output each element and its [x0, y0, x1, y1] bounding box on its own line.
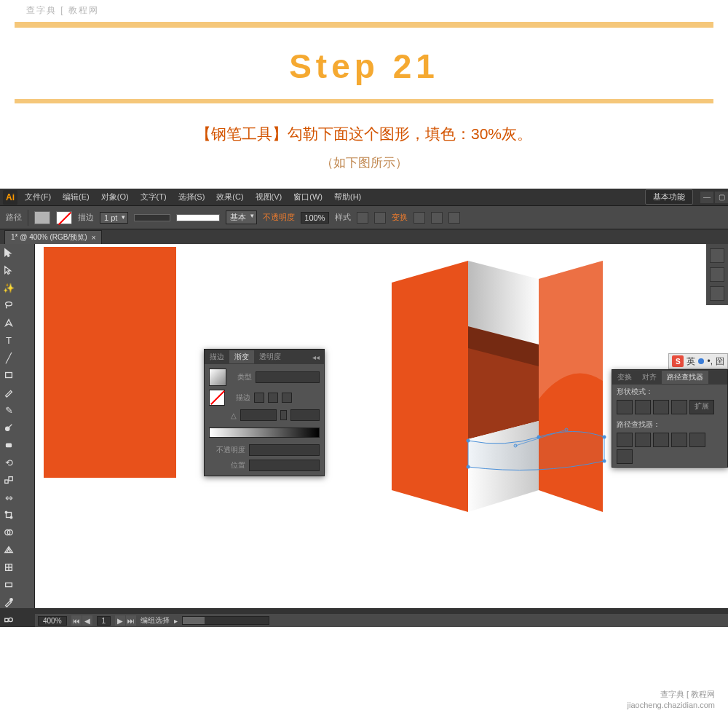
eyedropper-tool[interactable]	[0, 594, 17, 611]
stroke-type-icon-2[interactable]	[268, 393, 278, 403]
gradient-position-field[interactable]	[249, 460, 320, 471]
mesh-tool[interactable]	[0, 559, 17, 576]
last-artboard-icon[interactable]: ⏭	[126, 615, 136, 626]
horizontal-scrollbar[interactable]	[182, 616, 269, 625]
dock-icon-1[interactable]	[710, 248, 724, 263]
shape-builder-tool[interactable]	[0, 524, 17, 541]
tab-pathfinder[interactable]: 路径查找器	[662, 371, 708, 384]
tab-stroke[interactable]: 描边	[205, 350, 229, 363]
menu-view[interactable]: 视图(V)	[251, 192, 287, 202]
artboard-number[interactable]: 1	[97, 616, 111, 626]
align-icon-1[interactable]	[414, 212, 425, 224]
status-menu-icon[interactable]: ▸	[174, 617, 178, 625]
crop-button[interactable]	[671, 433, 687, 447]
exclude-button[interactable]	[671, 400, 687, 414]
ime-mode-label[interactable]: 英	[687, 355, 695, 368]
stroke-weight-dropdown[interactable]: 1 pt	[100, 212, 128, 224]
gradient-opacity-field[interactable]	[249, 444, 320, 456]
gradient-slider[interactable]	[209, 428, 320, 438]
outline-button[interactable]	[689, 433, 705, 447]
style-swatch[interactable]	[357, 212, 368, 224]
minus-front-button[interactable]	[635, 400, 651, 414]
transform-link[interactable]: 变换	[392, 212, 408, 223]
brush-preview[interactable]	[176, 214, 220, 221]
line-tool[interactable]: ╱	[0, 349, 17, 366]
scale-tool[interactable]	[0, 471, 17, 489]
unite-button[interactable]	[617, 400, 633, 414]
selection-tool[interactable]	[0, 244, 17, 261]
eraser-tool[interactable]	[0, 436, 17, 454]
menu-help[interactable]: 帮助(H)	[330, 192, 365, 202]
dock-icon-3[interactable]	[710, 286, 724, 301]
fill-swatch[interactable]	[34, 211, 50, 224]
menu-object[interactable]: 对象(O)	[97, 192, 133, 202]
next-artboard-icon[interactable]: ▶	[115, 615, 125, 626]
aspect-field[interactable]	[290, 409, 320, 421]
brush-dropdown[interactable]: 基本	[226, 210, 257, 224]
stroke-type-icon-3[interactable]	[282, 393, 292, 403]
expand-button[interactable]: 扩展	[689, 400, 714, 414]
tab-transparency[interactable]: 透明度	[254, 350, 286, 363]
pencil-tool[interactable]: ✎	[0, 401, 17, 419]
direct-selection-tool[interactable]	[0, 261, 17, 279]
gradient-tool[interactable]	[0, 576, 17, 594]
tab-align[interactable]: 对齐	[637, 371, 662, 384]
menu-type[interactable]: 文字(T)	[136, 192, 171, 202]
scrollbar-thumb[interactable]	[183, 617, 205, 624]
workspace-switcher[interactable]: 基本功能	[645, 189, 693, 205]
angle-field[interactable]	[240, 409, 277, 421]
dock-icon-2[interactable]	[710, 267, 724, 282]
rotate-tool[interactable]: ⟲	[0, 454, 17, 471]
gradient-panel[interactable]: 描边 渐变 透明度 ◂◂ 类型 描边 △	[204, 349, 325, 476]
first-artboard-icon[interactable]: ⏮	[71, 615, 82, 626]
maximize-button[interactable]: ▢	[715, 192, 728, 203]
rectangle-tool[interactable]	[0, 366, 17, 384]
menu-effect[interactable]: 效果(C)	[212, 192, 248, 202]
trim-button[interactable]	[635, 433, 651, 447]
gradient-preview[interactable]	[209, 369, 226, 386]
perspective-tool[interactable]	[0, 541, 17, 559]
paintbrush-tool[interactable]	[0, 384, 17, 401]
gradient-stroke-swatch[interactable]	[209, 390, 225, 406]
merge-button[interactable]	[653, 433, 669, 447]
prev-artboard-icon[interactable]: ◀	[82, 615, 92, 626]
blob-brush-tool[interactable]	[0, 419, 17, 436]
magic-wand-tool[interactable]: ✨	[0, 279, 17, 296]
ime-glyph-icon[interactable]: 囶	[716, 355, 724, 368]
minus-back-button[interactable]	[617, 449, 633, 464]
stroke-type-icon-1[interactable]	[254, 393, 264, 403]
menu-file[interactable]: 文件(F)	[20, 192, 55, 202]
zoom-level[interactable]: 400%	[38, 616, 67, 626]
stroke-swatch[interactable]	[56, 211, 72, 224]
opacity-value[interactable]: 100%	[301, 212, 328, 224]
pathfinder-panel[interactable]: 变换 对齐 路径查找器 形状模式： 扩展 路径查找器：	[612, 369, 728, 468]
align-icon-3[interactable]	[448, 212, 460, 224]
tab-gradient[interactable]: 渐变	[229, 350, 254, 363]
pen-tool[interactable]	[0, 314, 17, 331]
svg-point-15	[9, 618, 12, 621]
ime-toolbar[interactable]: S 英 •, 囶	[668, 353, 728, 369]
document-tab[interactable]: 1* @ 400% (RGB/预览) ×	[4, 230, 102, 244]
width-tool[interactable]: ⇔	[0, 489, 17, 506]
stroke-style-preview[interactable]	[134, 214, 170, 221]
lasso-tool[interactable]	[0, 296, 17, 314]
tab-transform[interactable]: 变换	[612, 371, 637, 384]
type-tool[interactable]: T	[0, 331, 17, 349]
gradient-type-dropdown[interactable]	[256, 371, 320, 383]
recolor-icon[interactable]	[374, 212, 386, 224]
ime-punct-icon[interactable]: •,	[707, 356, 713, 366]
blend-tool[interactable]	[0, 611, 17, 627]
close-tab-icon[interactable]: ×	[92, 234, 96, 242]
intersect-button[interactable]	[653, 400, 669, 414]
minimize-button[interactable]: —	[700, 192, 713, 203]
aspect-icon[interactable]	[280, 410, 287, 420]
menu-select[interactable]: 选择(S)	[174, 192, 210, 202]
ime-logo-icon[interactable]: S	[672, 355, 684, 367]
free-transform-tool[interactable]	[0, 506, 17, 524]
divide-button[interactable]	[617, 433, 633, 447]
align-icon-2[interactable]	[431, 212, 443, 224]
ime-dot-1[interactable]	[698, 358, 704, 364]
menu-window[interactable]: 窗口(W)	[289, 192, 327, 202]
menu-edit[interactable]: 编辑(E)	[58, 192, 94, 202]
panel-collapse-icon[interactable]: ◂◂	[308, 353, 324, 361]
